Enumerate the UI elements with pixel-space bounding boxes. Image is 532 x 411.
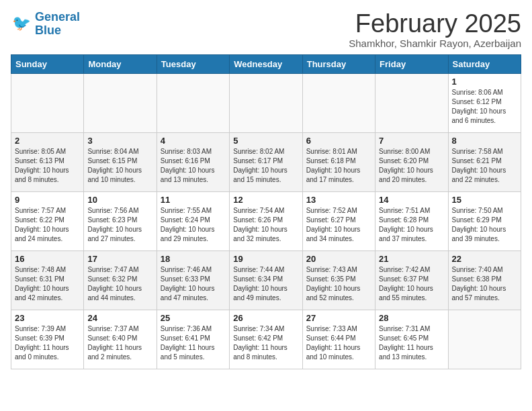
day-header-tuesday: Tuesday [157,55,229,74]
calendar-cell: 13Sunrise: 7:52 AM Sunset: 6:27 PM Dayli… [302,192,375,251]
day-number: 20 [306,254,371,264]
calendar-cell [84,74,157,133]
month-title: February 2025 [349,11,521,36]
calendar-cell: 4Sunrise: 8:03 AM Sunset: 6:16 PM Daylig… [157,133,229,192]
calendar-cell [157,74,229,133]
day-info: Sunrise: 7:46 AM Sunset: 6:33 PM Dayligh… [161,265,226,303]
day-info: Sunrise: 7:31 AM Sunset: 6:45 PM Dayligh… [379,324,444,362]
day-info: Sunrise: 7:44 AM Sunset: 6:34 PM Dayligh… [233,265,298,303]
day-info: Sunrise: 8:05 AM Sunset: 6:13 PM Dayligh… [15,147,80,185]
day-info: Sunrise: 7:52 AM Sunset: 6:27 PM Dayligh… [306,206,371,244]
day-number: 21 [379,254,444,264]
day-header-friday: Friday [375,55,448,74]
logo-line1: General [35,10,80,24]
day-number: 13 [306,195,371,205]
calendar-cell: 23Sunrise: 7:39 AM Sunset: 6:39 PM Dayli… [11,310,84,369]
calendar-cell: 14Sunrise: 7:51 AM Sunset: 6:28 PM Dayli… [375,192,448,251]
page-header: 🐦 General Blue February 2025 Shamkhor, S… [11,11,521,49]
day-number: 16 [15,254,80,264]
day-info: Sunrise: 7:48 AM Sunset: 6:31 PM Dayligh… [15,265,80,303]
calendar-cell: 21Sunrise: 7:42 AM Sunset: 6:37 PM Dayli… [375,251,448,310]
day-info: Sunrise: 7:55 AM Sunset: 6:24 PM Dayligh… [161,206,226,244]
day-number: 5 [233,136,298,146]
calendar-cell [11,74,84,133]
day-info: Sunrise: 7:36 AM Sunset: 6:41 PM Dayligh… [161,324,226,362]
day-info: Sunrise: 8:06 AM Sunset: 6:12 PM Dayligh… [452,88,517,126]
day-header-saturday: Saturday [448,55,521,74]
logo-line2: Blue [35,24,61,37]
day-number: 1 [452,77,517,87]
day-info: Sunrise: 7:34 AM Sunset: 6:42 PM Dayligh… [233,324,298,362]
calendar-week-row: 2Sunrise: 8:05 AM Sunset: 6:13 PM Daylig… [11,133,521,192]
day-info: Sunrise: 8:04 AM Sunset: 6:15 PM Dayligh… [87,147,152,185]
logo: 🐦 General Blue [11,11,80,38]
day-number: 27 [306,313,371,323]
calendar-cell: 18Sunrise: 7:46 AM Sunset: 6:33 PM Dayli… [157,251,229,310]
location-subtitle: Shamkhor, Shamkir Rayon, Azerbaijan [349,38,521,49]
calendar-cell: 19Sunrise: 7:44 AM Sunset: 6:34 PM Dayli… [230,251,302,310]
day-number: 25 [161,313,226,323]
calendar-cell: 7Sunrise: 8:00 AM Sunset: 6:20 PM Daylig… [375,133,448,192]
day-header-sunday: Sunday [11,55,84,74]
calendar-header-row: SundayMondayTuesdayWednesdayThursdayFrid… [11,55,521,74]
calendar-week-row: 1Sunrise: 8:06 AM Sunset: 6:12 PM Daylig… [11,74,521,133]
calendar-cell: 8Sunrise: 7:58 AM Sunset: 6:21 PM Daylig… [448,133,521,192]
calendar-cell: 22Sunrise: 7:40 AM Sunset: 6:38 PM Dayli… [448,251,521,310]
day-info: Sunrise: 7:57 AM Sunset: 6:22 PM Dayligh… [15,206,80,244]
calendar-cell: 24Sunrise: 7:37 AM Sunset: 6:40 PM Dayli… [84,310,157,369]
calendar-cell: 9Sunrise: 7:57 AM Sunset: 6:22 PM Daylig… [11,192,84,251]
day-info: Sunrise: 7:51 AM Sunset: 6:28 PM Dayligh… [379,206,444,244]
day-header-wednesday: Wednesday [230,55,302,74]
day-number: 19 [233,254,298,264]
svg-text:🐦: 🐦 [12,14,31,32]
day-info: Sunrise: 7:37 AM Sunset: 6:40 PM Dayligh… [87,324,152,362]
day-info: Sunrise: 7:40 AM Sunset: 6:38 PM Dayligh… [452,265,517,303]
calendar-cell [375,74,448,133]
calendar-cell: 12Sunrise: 7:54 AM Sunset: 6:26 PM Dayli… [230,192,302,251]
day-number: 24 [87,313,152,323]
day-info: Sunrise: 8:02 AM Sunset: 6:17 PM Dayligh… [233,147,298,185]
day-number: 12 [233,195,298,205]
day-info: Sunrise: 7:58 AM Sunset: 6:21 PM Dayligh… [452,147,517,185]
calendar-cell: 2Sunrise: 8:05 AM Sunset: 6:13 PM Daylig… [11,133,84,192]
calendar-cell [302,74,375,133]
day-info: Sunrise: 7:50 AM Sunset: 6:29 PM Dayligh… [452,206,517,244]
day-number: 18 [161,254,226,264]
day-header-thursday: Thursday [302,55,375,74]
day-number: 7 [379,136,444,146]
calendar-cell [448,310,521,369]
calendar-cell: 15Sunrise: 7:50 AM Sunset: 6:29 PM Dayli… [448,192,521,251]
calendar-cell: 26Sunrise: 7:34 AM Sunset: 6:42 PM Dayli… [230,310,302,369]
calendar-week-row: 9Sunrise: 7:57 AM Sunset: 6:22 PM Daylig… [11,192,521,251]
day-info: Sunrise: 7:43 AM Sunset: 6:35 PM Dayligh… [306,265,371,303]
day-info: Sunrise: 8:03 AM Sunset: 6:16 PM Dayligh… [161,147,226,185]
day-number: 17 [87,254,152,264]
day-number: 22 [452,254,517,264]
day-info: Sunrise: 8:00 AM Sunset: 6:20 PM Dayligh… [379,147,444,185]
calendar-week-row: 16Sunrise: 7:48 AM Sunset: 6:31 PM Dayli… [11,251,521,310]
calendar-cell: 17Sunrise: 7:47 AM Sunset: 6:32 PM Dayli… [84,251,157,310]
day-number: 10 [87,195,152,205]
calendar-table: SundayMondayTuesdayWednesdayThursdayFrid… [11,54,521,369]
day-number: 11 [161,195,226,205]
day-info: Sunrise: 7:42 AM Sunset: 6:37 PM Dayligh… [379,265,444,303]
day-number: 23 [15,313,80,323]
day-number: 9 [15,195,80,205]
day-info: Sunrise: 7:33 AM Sunset: 6:44 PM Dayligh… [306,324,371,362]
day-number: 15 [452,195,517,205]
title-block: February 2025 Shamkhor, Shamkir Rayon, A… [349,11,521,49]
day-header-monday: Monday [84,55,157,74]
calendar-cell: 16Sunrise: 7:48 AM Sunset: 6:31 PM Dayli… [11,251,84,310]
day-number: 14 [379,195,444,205]
day-info: Sunrise: 7:39 AM Sunset: 6:39 PM Dayligh… [15,324,80,362]
calendar-cell: 3Sunrise: 8:04 AM Sunset: 6:15 PM Daylig… [84,133,157,192]
day-number: 4 [161,136,226,146]
day-number: 26 [233,313,298,323]
calendar-cell [230,74,302,133]
calendar-cell: 27Sunrise: 7:33 AM Sunset: 6:44 PM Dayli… [302,310,375,369]
day-number: 2 [15,136,80,146]
calendar-cell: 11Sunrise: 7:55 AM Sunset: 6:24 PM Dayli… [157,192,229,251]
calendar-cell: 1Sunrise: 8:06 AM Sunset: 6:12 PM Daylig… [448,74,521,133]
logo-icon: 🐦 [11,13,32,35]
calendar-cell: 10Sunrise: 7:56 AM Sunset: 6:23 PM Dayli… [84,192,157,251]
